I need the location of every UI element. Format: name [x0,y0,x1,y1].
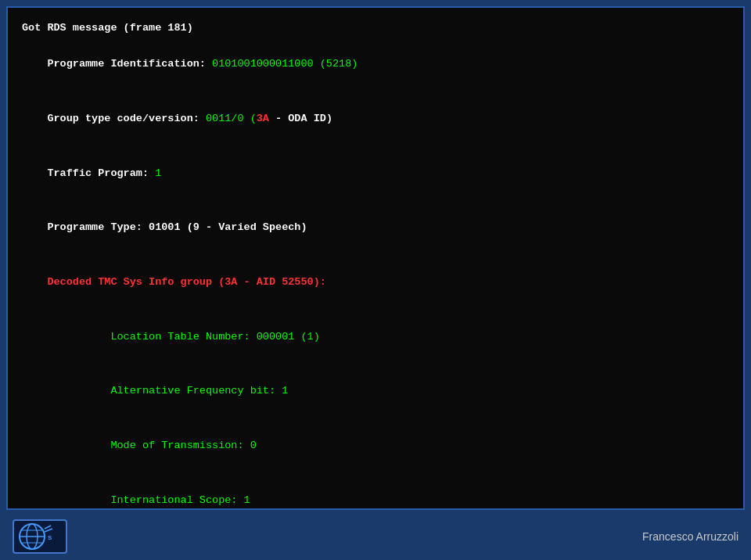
svg-line-7 [45,529,52,532]
traffic-value: 1 [155,167,161,179]
logo-svg: S [16,521,63,552]
logo-area: S [13,519,67,554]
logo-box: S [13,519,67,554]
traffic-label: Traffic Program: [47,167,155,179]
line-got-rds: Got RDS message (frame 181) [22,19,729,37]
line-prog-type: Programme Type: 01001 (9 - Varied Speech… [22,200,729,255]
decoded-items: Location Table Number: 000001 (1) Altern… [22,310,729,511]
decoded-item-0: Location Table Number: 000001 (1) [22,310,729,364]
svg-text:S: S [48,534,52,541]
decoded-prefix: Decoded [47,276,98,288]
group-type-label: Group type code/version: [47,113,206,124]
group-type-val1: 0011/0 ( [206,113,257,124]
footer-author: Francesco Arruzzoli [642,530,738,543]
prog-type-label: Programme Type: [47,221,149,233]
decoded-item-1: Alternative Frequency bit: 1 [22,364,729,418]
line-group-type: Group type code/version: 0011/0 (3A - OD… [22,92,729,146]
prog-type-value: 01001 (9 - Varied Speech) [149,221,307,233]
decoded-item-2: Mode of Transmission: 0 [22,418,729,473]
line-decoded-header: Decoded TMC Sys Info group (3A - AID 525… [22,255,729,310]
decoded-item-3: International Scope: 1 [22,472,729,510]
main-terminal: Got RDS message (frame 181) Programme Id… [6,6,745,510]
line-prog-id: Programme Identification: 01010010000110… [22,37,729,92]
group-type-val2: 3A [257,113,269,124]
footer: S Francesco Arruzzoli [0,513,751,560]
prog-id-value: 0101001000011000 (5218) [212,58,358,70]
decoded-title: TMC Sys Info group (3A - AID 52550): [98,276,326,288]
line-traffic-program: Traffic Program: 1 [22,146,729,201]
svg-line-6 [45,526,51,529]
group-type-val3: - ODA ID) [269,113,332,124]
prog-id-label: Programme Identification: [47,58,212,70]
